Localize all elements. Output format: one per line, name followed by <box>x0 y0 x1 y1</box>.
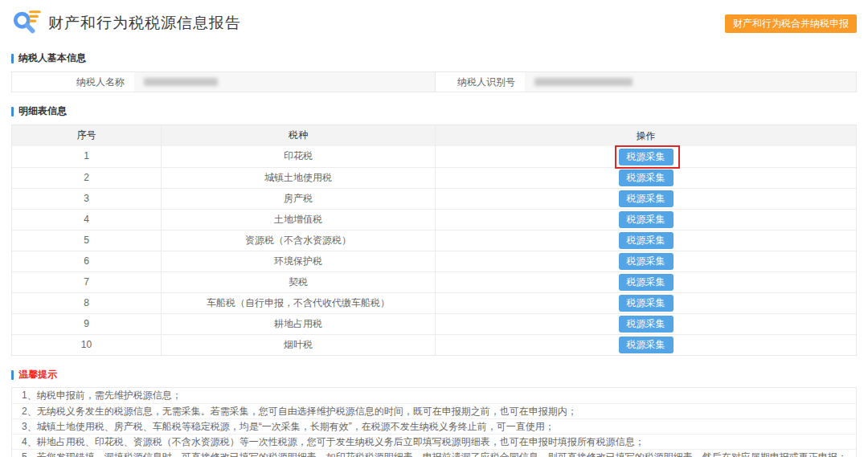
col-header-action: 操作 <box>435 125 856 146</box>
collect-tax-source-button[interactable]: 税源采集 <box>619 253 674 270</box>
button-wrap: 税源采集 <box>619 253 674 270</box>
row-no: 4 <box>12 210 161 230</box>
row-no: 9 <box>12 314 161 334</box>
row-action-cell: 税源采集 <box>435 168 856 188</box>
button-wrap: 税源采集 <box>619 169 674 186</box>
row-tax: 房产税 <box>161 189 435 209</box>
table-row: 8 车船税（自行申报，不含代收代缴车船税） 税源采集 <box>12 292 856 313</box>
collect-tax-source-button[interactable]: 税源采集 <box>619 316 674 333</box>
row-action-cell: 税源采集 <box>435 231 856 251</box>
row-tax: 资源税（不含水资源税） <box>161 231 435 251</box>
button-wrap: 税源采集 <box>619 295 674 312</box>
table-row: 10 烟叶税 税源采集 <box>12 334 856 355</box>
taxpayer-name-redacted <box>144 78 218 86</box>
table-header-row: 序号 税种 操作 <box>12 125 856 146</box>
table-row: 5 资源税（不含水资源税） 税源采集 <box>12 230 856 251</box>
row-tax: 车船税（自行申报，不含代收代缴车船税） <box>161 293 435 313</box>
table-body: 1 印花税 税源采集 2 城镇土地使用税 税源采集 3 房产税 税源采集 4 土… <box>12 146 856 355</box>
button-wrap: 税源采集 <box>619 316 674 333</box>
row-tax: 契税 <box>161 272 435 292</box>
button-wrap: 税源采集 <box>619 149 674 165</box>
button-wrap: 税源采集 <box>619 337 674 353</box>
row-no: 3 <box>12 189 161 209</box>
row-tax: 城镇土地使用税 <box>161 168 435 188</box>
row-tax: 环境保护税 <box>161 251 435 271</box>
tip-item: 4、耕地占用税、印花税、资源税（不含水资源税）等一次性税源，您可于发生纳税义务后… <box>12 434 856 449</box>
row-no: 8 <box>12 293 161 313</box>
taxpayer-id-value <box>525 72 856 92</box>
row-action-cell: 税源采集 <box>435 251 856 271</box>
table-row: 1 印花税 税源采集 <box>12 146 856 167</box>
app-header: 财产和行为税税源信息报告 财产和行为税合并纳税申报 <box>0 0 868 47</box>
table-row: 9 耕地占用税 税源采集 <box>12 313 856 334</box>
magnifier-list-icon <box>11 8 42 39</box>
section-taxpayer-info: 纳税人基本信息 <box>11 51 857 65</box>
taxpayer-id-redacted <box>534 78 633 86</box>
row-no: 5 <box>12 231 161 251</box>
row-no: 6 <box>12 251 161 271</box>
button-wrap: 税源采集 <box>619 211 674 228</box>
collect-tax-source-button[interactable]: 税源采集 <box>619 295 674 312</box>
taxpayer-info-row: 纳税人名称 纳税人识别号 <box>11 71 857 92</box>
section-detail-table: 明细表信息 <box>11 104 857 118</box>
row-tax: 土地增值税 <box>161 210 435 230</box>
col-header-no: 序号 <box>12 125 161 146</box>
collect-tax-source-button[interactable]: 税源采集 <box>619 232 674 249</box>
taxpayer-name-value <box>134 72 435 92</box>
detail-table: 序号 税种 操作 1 印花税 税源采集 2 城镇土地使用税 税源采集 3 房产税… <box>11 124 857 356</box>
taxpayer-name-label: 纳税人名称 <box>12 72 134 92</box>
content: 纳税人基本信息 纳税人名称 纳税人识别号 明细表信息 序号 税种 操作 1 <box>0 51 868 457</box>
table-row: 4 土地增值税 税源采集 <box>12 209 856 230</box>
button-wrap: 税源采集 <box>619 190 674 207</box>
button-wrap: 税源采集 <box>619 232 674 249</box>
row-tax: 印花税 <box>161 146 435 167</box>
section-title-text: 明细表信息 <box>18 104 67 118</box>
section-title-text: 温馨提示 <box>18 368 57 382</box>
collect-tax-source-button[interactable]: 税源采集 <box>619 190 674 207</box>
row-no: 1 <box>12 146 161 167</box>
tip-item: 5、若您发现错填、漏填税源信息时，可直接修改已填写的税源明细表。如印花税税源明细… <box>12 449 856 457</box>
table-row: 7 契税 税源采集 <box>12 271 856 292</box>
collect-tax-source-button[interactable]: 税源采集 <box>619 274 674 291</box>
page-title: 财产和行为税税源信息报告 <box>48 13 241 34</box>
button-wrap: 税源采集 <box>619 274 674 291</box>
tip-item: 1、纳税申报前，需先维护税源信息； <box>12 388 856 403</box>
collect-tax-source-button[interactable]: 税源采集 <box>619 211 674 228</box>
section-tips: 温馨提示 <box>11 368 857 382</box>
row-action-cell: 税源采集 <box>435 146 856 167</box>
tip-item: 2、无纳税义务发生的税源信息，无需采集。若需采集，您可自由选择维护税源信息的时间… <box>12 403 856 418</box>
row-action-cell: 税源采集 <box>435 189 856 209</box>
section-title-text: 纳税人基本信息 <box>18 51 86 65</box>
page: 财产和行为税税源信息报告 财产和行为税合并纳税申报 纳税人基本信息 纳税人名称 … <box>0 0 868 457</box>
row-action-cell: 税源采集 <box>435 335 856 355</box>
row-action-cell: 税源采集 <box>435 272 856 292</box>
merged-declaration-button[interactable]: 财产和行为税合并纳税申报 <box>725 14 857 33</box>
row-no: 10 <box>12 335 161 355</box>
taxpayer-id-label: 纳税人识别号 <box>435 72 525 92</box>
row-action-cell: 税源采集 <box>435 293 856 313</box>
table-row: 3 房产税 税源采集 <box>12 188 856 209</box>
collect-tax-source-button[interactable]: 税源采集 <box>619 169 674 186</box>
section-bar <box>11 370 14 380</box>
collect-tax-source-button[interactable]: 税源采集 <box>619 337 674 353</box>
tip-item: 3、城镇土地使用税、房产税、车船税等稳定税源，均是“一次采集，长期有效”，在税源… <box>12 418 856 434</box>
tips-box: 1、纳税申报前，需先维护税源信息； 2、无纳税义务发生的税源信息，无需采集。若需… <box>11 387 857 457</box>
section-bar <box>11 107 14 116</box>
table-row: 6 环境保护税 税源采集 <box>12 251 856 271</box>
table-row: 2 城镇土地使用税 税源采集 <box>12 167 856 188</box>
section-bar <box>11 54 14 63</box>
row-tax: 烟叶税 <box>161 335 435 355</box>
row-no: 2 <box>12 168 161 188</box>
row-action-cell: 税源采集 <box>435 210 856 230</box>
col-header-tax: 税种 <box>161 125 435 146</box>
row-action-cell: 税源采集 <box>435 314 856 334</box>
row-tax: 耕地占用税 <box>161 314 435 334</box>
collect-tax-source-button[interactable]: 税源采集 <box>619 149 674 165</box>
row-no: 7 <box>12 272 161 292</box>
